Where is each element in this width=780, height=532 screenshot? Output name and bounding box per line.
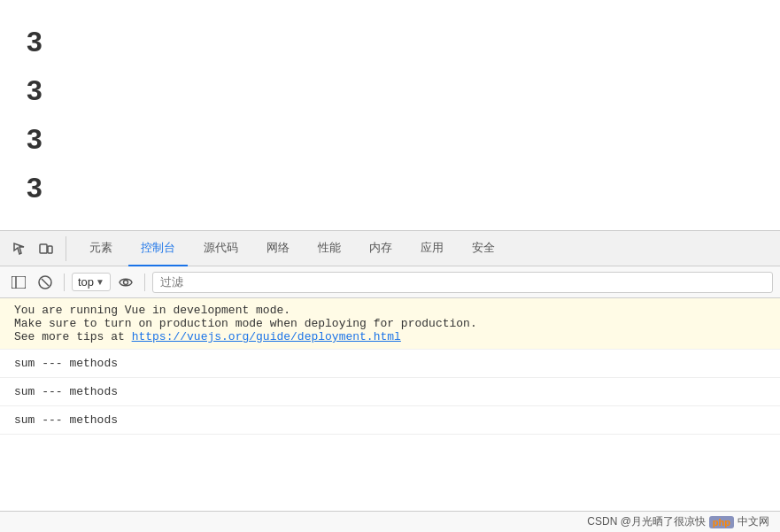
sidebar-toggle-button[interactable] bbox=[7, 271, 30, 294]
svg-rect-1 bbox=[48, 246, 52, 253]
tab-memory[interactable]: 内存 bbox=[357, 231, 405, 266]
vue-warning-line3: See more tips at https://vuejs.org/guide… bbox=[14, 330, 766, 343]
devtools-panel: 元素 控制台 源代码 网络 性能 内存 应用 安全 bbox=[0, 230, 780, 532]
number-item-3: 3 bbox=[27, 120, 753, 159]
watermark-site: 中文网 bbox=[738, 514, 769, 529]
inspect-element-button[interactable] bbox=[7, 236, 32, 261]
tab-icon-group bbox=[7, 236, 66, 261]
console-log-3: sum --- methods bbox=[0, 406, 780, 435]
clear-console-button[interactable] bbox=[34, 271, 57, 294]
number-item-1: 3 bbox=[27, 22, 753, 62]
tab-console[interactable]: 控制台 bbox=[128, 231, 188, 266]
number-item-2: 3 bbox=[27, 71, 753, 111]
vue-warning-line1: You are running Vue in development mode. bbox=[14, 304, 766, 317]
vue-deployment-link[interactable]: https://vuejs.org/guide/deployment.html bbox=[132, 330, 401, 343]
svg-rect-2 bbox=[12, 276, 26, 289]
eye-button[interactable] bbox=[114, 271, 137, 294]
svg-rect-0 bbox=[40, 244, 47, 253]
toolbar-divider-2 bbox=[144, 274, 145, 291]
filter-input[interactable] bbox=[152, 272, 773, 293]
tab-sources[interactable]: 源代码 bbox=[191, 231, 251, 266]
console-output: You are running Vue in development mode.… bbox=[0, 298, 780, 511]
tab-bar: 元素 控制台 源代码 网络 性能 内存 应用 安全 bbox=[0, 231, 780, 266]
vue-warning-line2: Make sure to turn on production mode whe… bbox=[14, 317, 766, 330]
watermark: CSDN @月光晒了很凉快 php 中文网 bbox=[587, 514, 769, 529]
vue-warning-message: You are running Vue in development mode.… bbox=[0, 298, 780, 350]
main-content: 3 3 3 3 bbox=[0, 0, 780, 230]
tab-performance[interactable]: 性能 bbox=[305, 231, 353, 266]
console-log-2: sum --- methods bbox=[0, 378, 780, 406]
svg-point-6 bbox=[123, 280, 127, 284]
number-item-4: 3 bbox=[27, 168, 753, 208]
tab-elements[interactable]: 元素 bbox=[77, 231, 125, 266]
toolbar-divider bbox=[64, 274, 65, 291]
tab-security[interactable]: 安全 bbox=[460, 231, 507, 266]
bottom-bar: CSDN @月光晒了很凉快 php 中文网 bbox=[0, 511, 780, 532]
tab-network[interactable]: 网络 bbox=[254, 231, 302, 266]
device-toggle-button[interactable] bbox=[34, 236, 58, 261]
log-level-selector[interactable]: top ▼ bbox=[72, 273, 111, 291]
chevron-down-icon: ▼ bbox=[96, 277, 104, 287]
php-badge: php bbox=[709, 516, 734, 528]
console-toolbar: top ▼ bbox=[0, 266, 780, 298]
svg-line-5 bbox=[42, 279, 49, 286]
watermark-text: CSDN @月光晒了很凉快 bbox=[587, 514, 706, 529]
console-log-1: sum --- methods bbox=[0, 350, 780, 378]
tab-application[interactable]: 应用 bbox=[408, 231, 456, 266]
